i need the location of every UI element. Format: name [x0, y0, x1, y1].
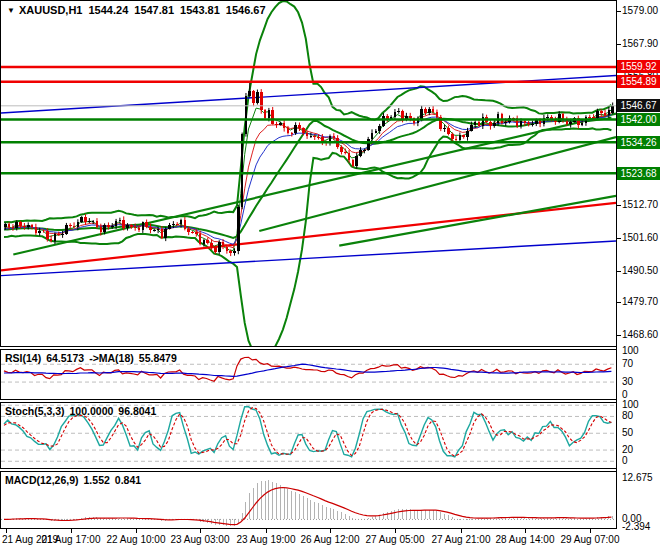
main-chart-canvas[interactable] — [1, 1, 616, 346]
rsi-title: RSI(14)64.5173->MA(18)55.8479 — [5, 352, 182, 364]
time-tick-label: 21 Aug 17:00 — [42, 534, 101, 545]
rsi-ma-label: ->MA(18) — [89, 352, 134, 364]
time-tick-mark — [395, 529, 396, 533]
fast-moving-averages — [4, 108, 611, 251]
time-tick-mark — [71, 529, 72, 533]
rsi-ma-line — [4, 364, 611, 376]
macd-scale-label: -2.394 — [622, 521, 650, 533]
ohlc-open: 1544.24 — [89, 4, 129, 16]
time-tick-mark — [136, 529, 137, 533]
time-tick-label: 28 Aug 14:00 — [496, 534, 555, 545]
support-price-badge: 1523.68 — [617, 167, 660, 180]
stochastic-scale-label: 50 — [622, 427, 633, 439]
time-tick-label: 23 Aug 03:00 — [171, 534, 230, 545]
macd-indicator-pane[interactable]: MACD(12,26,9)1.5520.841 — [0, 471, 617, 529]
stochastic-scale-label: 80 — [622, 410, 633, 422]
stoch-signal-value: 96.8041 — [118, 405, 156, 417]
time-tick-label: 29 Aug 07:00 — [561, 534, 620, 545]
support-price-badge: 1542.00 — [617, 113, 660, 126]
macd-histogram — [5, 480, 612, 526]
rsi-ma-value: 55.8479 — [139, 352, 177, 364]
lower-blue-trendline — [1, 241, 616, 276]
trading-chart-window: ▼XAUUSD,H11544.241547.811543.811546.67 R… — [0, 0, 660, 560]
price-tick-label: 1468.60 — [622, 329, 658, 341]
ohlc-high: 1547.81 — [134, 4, 174, 16]
price-tick-mark — [617, 238, 621, 239]
time-tick-mark — [461, 529, 462, 533]
chart-header: ▼XAUUSD,H11544.241547.811543.811546.67 — [7, 4, 272, 16]
price-tick-mark — [617, 335, 621, 336]
time-tick-label: 27 Aug 05:00 — [366, 534, 425, 545]
rsi-scale-label: 70 — [622, 358, 633, 370]
rsi-scale-label: 30 — [622, 376, 633, 388]
price-tick-mark — [617, 11, 621, 12]
time-axis[interactable]: 21 Aug 201921 Aug 17:0022 Aug 10:0023 Au… — [0, 529, 617, 560]
time-tick-mark — [330, 529, 331, 533]
price-tick-label: 1567.90 — [622, 38, 658, 50]
price-tick-label: 1490.50 — [622, 265, 658, 277]
resistance-price-badge: 1559.92 — [617, 60, 660, 73]
time-tick-mark — [6, 529, 7, 533]
rsi-value: 64.5173 — [46, 352, 84, 364]
ohlc-close: 1546.67 — [226, 4, 266, 16]
support-price-badge: 1534.26 — [617, 136, 660, 149]
macd-label: MACD(12,26,9) — [5, 474, 79, 486]
stoch-value: 100.0000 — [70, 405, 114, 417]
time-tick-mark — [590, 529, 591, 533]
stochastic-title: Stoch(5,3,3)100.000096.8041 — [5, 405, 161, 417]
price-tick-mark — [617, 302, 621, 303]
horizontal-levels — [1, 67, 616, 173]
rsi-scale-label: 100 — [622, 345, 639, 357]
time-tick-label: 26 Aug 12:00 — [301, 534, 360, 545]
macd-signal-value: 0.841 — [115, 474, 141, 486]
rsi-label: RSI(14) — [5, 352, 41, 364]
resistance-price-badge: 1554.89 — [617, 75, 660, 88]
macd-value: 1.552 — [84, 474, 110, 486]
macd-scale-label: 12.675 — [622, 472, 653, 484]
stochastic-indicator-pane[interactable]: Stoch(5,3,3)100.000096.8041 — [0, 402, 617, 469]
main-price-pane[interactable]: ▼XAUUSD,H11544.241547.811543.811546.67 — [0, 0, 617, 347]
symbol-period-label: XAUUSD,H1 — [19, 4, 83, 16]
price-tick-label: 1479.70 — [622, 296, 658, 308]
rsi-indicator-pane[interactable]: RSI(14)64.5173->MA(18)55.8479 — [0, 349, 617, 400]
time-tick-mark — [525, 529, 526, 533]
price-tick-label: 1512.70 — [622, 199, 658, 211]
ohlc-low: 1543.81 — [180, 4, 220, 16]
time-tick-label: 23 Aug 19:00 — [237, 534, 296, 545]
time-tick-label: 22 Aug 10:00 — [107, 534, 166, 545]
symbol-dropdown-icon[interactable]: ▼ — [7, 6, 15, 15]
price-tick-mark — [617, 44, 621, 45]
stochastic-scale-label: 0 — [622, 455, 628, 467]
price-tick-mark — [617, 271, 621, 272]
price-tick-label: 1501.60 — [622, 232, 658, 244]
time-tick-label: 27 Aug 21:00 — [432, 534, 491, 545]
macd-title: MACD(12,26,9)1.5520.841 — [5, 474, 146, 486]
price-axis[interactable]: 1579.001567.901556.801545.701534.601523.… — [617, 0, 660, 560]
time-tick-mark — [200, 529, 201, 533]
stoch-label: Stoch(5,3,3) — [5, 405, 65, 417]
price-tick-mark — [617, 205, 621, 206]
green-trendline-3 — [339, 196, 616, 246]
current-price-badge: 1546.67 — [617, 99, 660, 112]
time-tick-mark — [266, 529, 267, 533]
price-tick-label: 1579.00 — [622, 5, 658, 17]
